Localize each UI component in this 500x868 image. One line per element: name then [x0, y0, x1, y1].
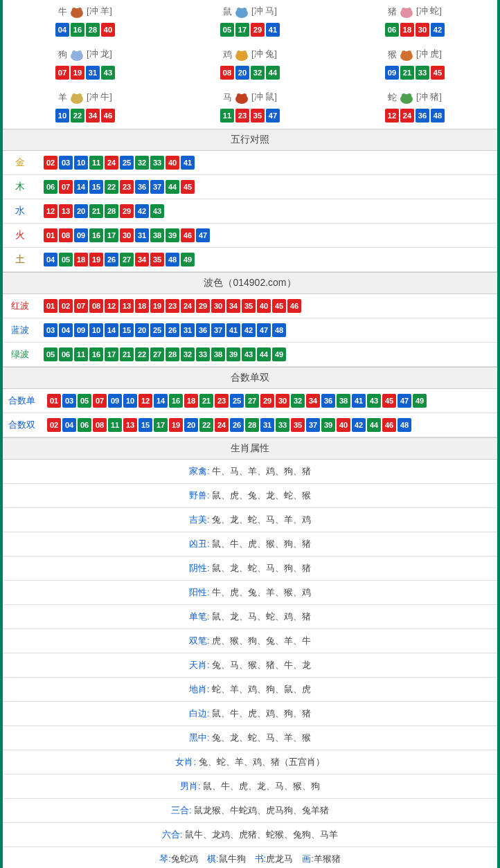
number-ball: 30	[416, 23, 429, 37]
number-ball: 17	[235, 23, 249, 37]
sx-label: 双笔:	[189, 635, 212, 646]
sx-value: 鼠、龙、马、蛇、鸡、猪	[212, 611, 311, 622]
sx-label: 地肖:	[189, 684, 212, 694]
number-ball: 25	[150, 323, 164, 337]
number-ball: 34	[86, 109, 100, 123]
number-ball: 32	[291, 394, 305, 408]
sx-label: 家禽:	[189, 466, 212, 476]
wuxing-numbers: 0108091617303138394647	[37, 224, 497, 248]
number-ball: 46	[101, 109, 115, 123]
number-ball: 42	[135, 204, 149, 218]
zodiac-numbers: 04162840	[3, 22, 168, 37]
sx-label: 三合:	[171, 805, 194, 815]
number-ball: 05	[59, 253, 73, 266]
bose-numbers: 0102070812131819232429303435404546	[37, 294, 497, 318]
number-ball: 10	[89, 323, 103, 337]
number-ball: 09	[74, 323, 88, 337]
zodiac-icon	[397, 90, 416, 105]
section-header-bose: 波色（014902.com）	[3, 272, 497, 294]
sx-row: 家禽: 牛、马、羊、鸡、狗、猪	[3, 460, 497, 484]
sx-value: 鼠、牛、虎、龙、马、猴、狗	[203, 781, 320, 791]
number-ball: 18	[400, 23, 414, 37]
number-ball: 38	[211, 347, 225, 361]
bottom-value: 兔蛇鸡	[171, 853, 198, 864]
zodiac-numbers: 05172941	[168, 22, 332, 37]
table-row: 金02031011242532334041	[3, 151, 497, 175]
zodiac-icon	[67, 47, 87, 62]
wuxing-label: 火	[3, 224, 37, 248]
sx-value: 虎、猴、狗、兔、羊、牛	[212, 635, 311, 646]
number-ball: 05	[44, 347, 57, 361]
number-ball: 21	[199, 394, 213, 408]
number-ball: 23	[235, 109, 249, 123]
sx-row: 地肖: 蛇、羊、鸡、狗、鼠、虎	[3, 678, 497, 702]
number-ball: 20	[184, 418, 198, 432]
number-ball: 22	[71, 109, 84, 123]
number-ball: 37	[211, 323, 225, 337]
number-ball: 16	[169, 394, 183, 408]
number-ball: 45	[272, 299, 286, 313]
number-ball: 13	[59, 204, 73, 218]
sx-row: 凶丑: 鼠、牛、虎、猴、狗、猪	[3, 532, 497, 557]
number-ball: 28	[105, 204, 118, 218]
svg-point-25	[402, 93, 406, 98]
number-ball: 35	[291, 418, 305, 432]
wuxing-numbers: 06071415222336374445	[37, 175, 497, 199]
zodiac-cell: 鼠[冲 马]05172941	[168, 0, 332, 43]
number-ball: 40	[101, 23, 115, 37]
number-ball: 22	[135, 347, 149, 361]
sx-value: 鼠、牛、虎、鸡、狗、猪	[212, 708, 311, 718]
number-ball: 29	[120, 204, 134, 218]
number-ball: 01	[47, 394, 61, 408]
number-ball: 13	[123, 418, 137, 432]
number-ball: 29	[251, 23, 265, 37]
number-ball: 32	[181, 347, 195, 361]
number-ball: 39	[226, 347, 240, 361]
number-ball: 23	[120, 180, 134, 194]
zodiac-icon	[397, 47, 416, 62]
sx-label: 凶丑:	[189, 539, 212, 549]
zodiac-numbers: 09213345	[332, 65, 497, 80]
number-ball: 12	[105, 299, 118, 313]
sx-value: 兔、马、猴、猪、牛、龙	[212, 660, 311, 670]
shengxiao-list: 家禽: 牛、马、羊、鸡、狗、猪野兽: 鼠、虎、兔、龙、蛇、猴吉美: 兔、龙、蛇、…	[3, 460, 497, 847]
number-ball: 33	[196, 347, 210, 361]
sx-row: 单笔: 鼠、龙、马、蛇、鸡、猪	[3, 605, 497, 629]
zodiac-cell: 羊[冲 牛]10223446	[3, 86, 168, 129]
number-ball: 20	[74, 204, 88, 218]
bose-label: 绿波	[3, 343, 37, 367]
wuxing-numbers: 04051819262734354849	[37, 248, 497, 272]
number-ball: 10	[74, 156, 88, 170]
table-row: 合数单0103050709101214161821232527293032343…	[3, 389, 497, 413]
sx-row: 三合: 鼠龙猴、牛蛇鸡、虎马狗、兔羊猪	[3, 799, 497, 823]
number-ball: 41	[226, 323, 240, 337]
number-ball: 40	[337, 418, 350, 432]
svg-point-16	[402, 51, 406, 55]
number-ball: 43	[101, 66, 115, 80]
number-ball: 09	[385, 66, 399, 80]
number-ball: 05	[78, 394, 91, 408]
svg-point-4	[237, 8, 241, 12]
number-ball: 42	[242, 323, 256, 337]
svg-point-10	[72, 51, 76, 55]
number-ball: 11	[220, 109, 234, 123]
table-row: 火0108091617303138394647	[3, 224, 497, 248]
number-ball: 46	[382, 418, 396, 432]
zodiac-clash: [冲 虎]	[416, 48, 442, 59]
number-ball: 04	[59, 323, 73, 337]
number-ball: 03	[59, 156, 73, 170]
number-ball: 07	[55, 66, 69, 80]
wuxing-numbers: 02031011242532334041	[37, 151, 497, 175]
number-ball: 40	[166, 156, 179, 170]
svg-point-7	[402, 8, 406, 12]
sx-row: 野兽: 鼠、虎、兔、龙、蛇、猴	[3, 484, 497, 508]
number-ball: 41	[181, 156, 195, 170]
zodiac-numbers: 07193143	[3, 65, 168, 80]
number-ball: 14	[105, 323, 118, 337]
number-ball: 09	[74, 228, 88, 242]
sx-label: 阴性:	[189, 563, 212, 573]
bose-label: 蓝波	[3, 318, 37, 343]
number-ball: 07	[59, 180, 73, 194]
number-ball: 19	[71, 66, 84, 80]
number-ball: 11	[74, 347, 88, 361]
